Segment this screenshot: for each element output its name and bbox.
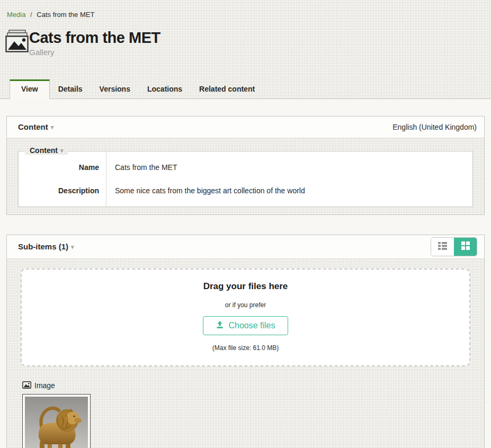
- breadcrumb-separator: /: [30, 11, 32, 19]
- content-card-header: Content▾ English (United Kingdom): [7, 117, 484, 138]
- dropzone-title: Drag your files here: [22, 281, 469, 292]
- subitems-card-body: Drag your files here or if you prefer Ch…: [7, 258, 484, 448]
- field-value-name: Cats from the MET: [106, 151, 472, 179]
- content-card-body: Content▾ Name Cats from the MET Descript…: [7, 138, 484, 214]
- field-value-description: Some nice cats from the biggest art coll…: [106, 179, 472, 207]
- subitems-card-header: Sub-items (1)▾: [7, 235, 484, 258]
- list-view-icon: [438, 242, 447, 252]
- tab-bar: View Details Versions Locations Related …: [0, 79, 491, 99]
- content-section-title: Content: [18, 122, 48, 131]
- tab-details[interactable]: Details: [50, 80, 91, 98]
- max-file-size-note: (Max file size: 61.0 MB): [22, 344, 469, 352]
- content-card: Content▾ English (United Kingdom) Conten…: [6, 116, 485, 215]
- tab-locations[interactable]: Locations: [139, 80, 191, 98]
- choose-files-button[interactable]: Choose files: [203, 316, 288, 335]
- field-label-description: Description: [19, 179, 106, 207]
- tab-view[interactable]: View: [10, 79, 50, 99]
- content-type-label: Gallery: [29, 48, 160, 57]
- subitem-thumbnail[interactable]: [22, 394, 91, 448]
- tab-content-view: Content▾ English (United Kingdom) Conten…: [0, 99, 491, 448]
- view-mode-toggle: [431, 237, 477, 256]
- caret-down-icon: ▾: [51, 124, 54, 130]
- field-label-name: Name: [19, 151, 106, 179]
- image-icon: [22, 381, 31, 390]
- gallery-icon: [5, 30, 29, 53]
- grid-view-icon: [461, 241, 470, 252]
- caret-down-icon: ▾: [71, 244, 74, 250]
- caret-down-icon: ▾: [60, 147, 64, 154]
- upload-icon: [216, 320, 224, 331]
- subitems-section-toggle[interactable]: Sub-items (1)▾: [18, 242, 74, 251]
- tab-versions[interactable]: Versions: [91, 80, 139, 98]
- grid-view-button[interactable]: [454, 238, 477, 256]
- content-fieldset-legend[interactable]: Content▾: [25, 146, 68, 155]
- breadcrumb-current: Cats from the MET: [37, 11, 94, 19]
- page-header: Media / Cats from the MET Cats from the …: [0, 0, 491, 99]
- tab-related-content[interactable]: Related content: [191, 80, 263, 98]
- subitems-card: Sub-items (1)▾: [6, 235, 485, 448]
- breadcrumb: Media / Cats from the MET: [0, 0, 491, 19]
- choose-files-label: Choose files: [228, 321, 275, 330]
- content-fieldset: Content▾ Name Cats from the MET Descript…: [18, 151, 473, 207]
- breadcrumb-link-media[interactable]: Media: [7, 11, 25, 19]
- content-section-toggle[interactable]: Content▾: [18, 122, 53, 131]
- fieldset-legend-label: Content: [30, 146, 58, 155]
- list-view-button[interactable]: [431, 238, 454, 256]
- title-row: Cats from the MET Gallery: [0, 19, 491, 57]
- file-dropzone[interactable]: Drag your files here or if you prefer Ch…: [21, 268, 470, 366]
- page-title: Cats from the MET: [29, 30, 160, 47]
- dropzone-subtitle: or if you prefer: [22, 301, 469, 309]
- subitem-type-row: Image: [22, 381, 470, 390]
- subitem-card: Image: [22, 381, 470, 448]
- language-indicator: English (United Kingdom): [392, 123, 477, 131]
- lion-image: [25, 397, 88, 448]
- subitem-type-label: Image: [34, 381, 55, 390]
- subitems-section-title: Sub-items (1): [18, 242, 68, 251]
